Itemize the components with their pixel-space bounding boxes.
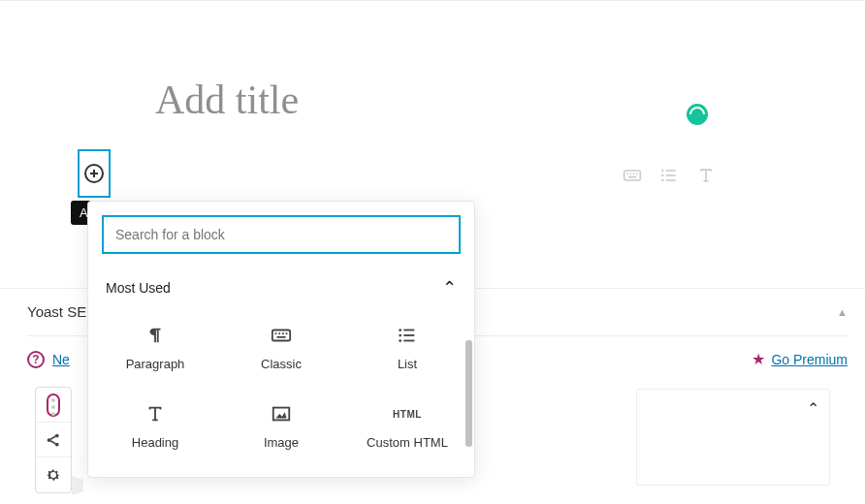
svg-point-6 bbox=[661, 170, 664, 173]
gear-icon bbox=[45, 466, 62, 484]
share-button[interactable] bbox=[36, 423, 71, 457]
block-list[interactable]: List bbox=[346, 308, 468, 383]
svg-rect-7 bbox=[666, 170, 676, 172]
help-icon[interactable]: ? bbox=[27, 351, 45, 368]
block-image[interactable]: Image bbox=[220, 387, 342, 461]
go-premium-link[interactable]: Go Premium bbox=[771, 352, 848, 367]
svg-point-22 bbox=[399, 339, 401, 342]
svg-rect-12 bbox=[272, 331, 290, 341]
side-panel: ⌃ bbox=[636, 389, 830, 486]
image-icon bbox=[271, 398, 292, 429]
keyboard-icon[interactable] bbox=[623, 166, 642, 189]
svg-rect-0 bbox=[625, 171, 641, 180]
svg-rect-23 bbox=[403, 340, 414, 342]
block-classic[interactable]: Classic bbox=[220, 308, 342, 383]
svg-marker-25 bbox=[276, 412, 287, 418]
keyboard-icon bbox=[271, 320, 292, 351]
svg-rect-11 bbox=[666, 179, 676, 181]
list-icon[interactable] bbox=[659, 166, 679, 189]
block-inserter-panel: Most Used ⌃ Paragraph Classic List bbox=[87, 201, 475, 478]
tab-handle[interactable] bbox=[72, 476, 83, 495]
block-label: Classic bbox=[261, 357, 302, 371]
block-label: Image bbox=[264, 435, 299, 450]
svg-rect-14 bbox=[278, 332, 280, 334]
text-icon[interactable] bbox=[696, 166, 716, 189]
block-heading[interactable]: Heading bbox=[94, 387, 216, 461]
section-label: Most Used bbox=[106, 280, 171, 296]
block-label: Heading bbox=[132, 435, 178, 450]
share-icon bbox=[45, 431, 62, 449]
readability-button[interactable] bbox=[36, 388, 71, 423]
add-block-button[interactable] bbox=[78, 149, 111, 198]
block-label: List bbox=[398, 357, 417, 371]
svg-point-20 bbox=[399, 334, 401, 337]
block-label: Custom HTML bbox=[367, 435, 448, 450]
svg-point-8 bbox=[661, 174, 664, 177]
plus-icon bbox=[84, 164, 104, 183]
list-icon bbox=[397, 320, 418, 351]
traffic-light-icon bbox=[47, 394, 60, 417]
chevron-up-icon[interactable]: ⌃ bbox=[807, 399, 819, 418]
svg-rect-21 bbox=[403, 334, 414, 336]
search-input[interactable] bbox=[102, 215, 461, 254]
svg-rect-4 bbox=[636, 173, 638, 175]
settings-button[interactable] bbox=[36, 457, 71, 492]
svg-rect-16 bbox=[286, 332, 288, 334]
heading-icon bbox=[144, 398, 166, 429]
block-paragraph[interactable]: Paragraph bbox=[94, 308, 216, 383]
yoast-side-toolbar bbox=[35, 387, 72, 493]
svg-rect-9 bbox=[666, 174, 676, 176]
svg-point-18 bbox=[399, 329, 401, 331]
svg-rect-17 bbox=[276, 336, 285, 338]
chevron-up-icon: ⌃ bbox=[442, 277, 457, 299]
block-toolbar bbox=[623, 166, 716, 189]
svg-rect-5 bbox=[628, 176, 636, 178]
block-label: Paragraph bbox=[126, 357, 185, 371]
grammarly-icon bbox=[687, 104, 708, 125]
paragraph-icon bbox=[144, 320, 166, 351]
collapse-icon: ▲ bbox=[837, 306, 848, 318]
svg-rect-15 bbox=[282, 332, 284, 334]
html-icon: HTML bbox=[393, 398, 422, 429]
svg-rect-1 bbox=[626, 173, 628, 175]
title-input-placeholder[interactable]: Add title bbox=[155, 77, 299, 123]
block-custom-html[interactable]: HTML Custom HTML bbox=[346, 387, 468, 461]
svg-point-10 bbox=[661, 179, 664, 182]
svg-rect-3 bbox=[633, 173, 635, 175]
svg-rect-19 bbox=[403, 330, 414, 331]
star-icon: ★ bbox=[752, 350, 765, 368]
need-help-link[interactable]: Ne bbox=[52, 352, 70, 367]
section-most-used[interactable]: Most Used ⌃ bbox=[88, 268, 474, 308]
yoast-title: Yoast SE bbox=[27, 303, 86, 320]
svg-rect-13 bbox=[275, 332, 277, 334]
scrollbar[interactable] bbox=[465, 340, 472, 447]
svg-rect-2 bbox=[630, 173, 632, 175]
